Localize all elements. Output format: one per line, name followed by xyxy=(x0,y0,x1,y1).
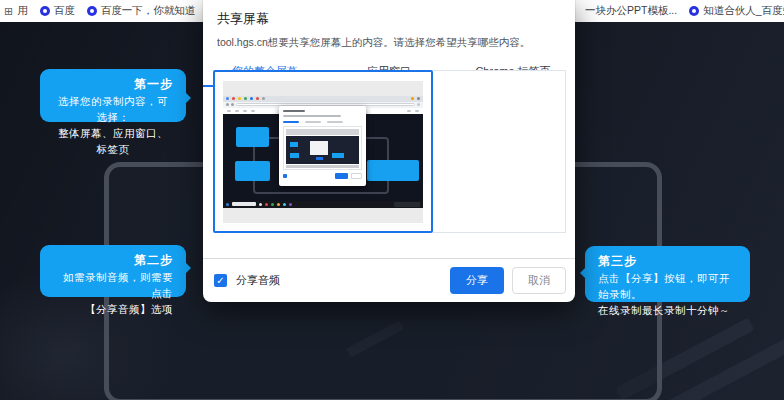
callout-step2-line2: 【分享音频】选项 xyxy=(53,301,173,317)
bookmark-baidu[interactable]: 百度 xyxy=(40,4,75,18)
screen-picker-area xyxy=(213,70,566,233)
dialog-footer: ✓ 分享音频 分享 取消 xyxy=(203,258,575,302)
share-audio-checkbox[interactable]: ✓ xyxy=(214,274,227,287)
bookmark-ppt-template[interactable]: 一块办公PPT模板... xyxy=(585,4,677,18)
mini-bookmark xyxy=(243,110,247,112)
share-screen-dialog: 共享屏幕 tool.hgs.cn想要共享您屏幕上的内容。请选择您希望共享哪些内容… xyxy=(203,0,575,302)
mini-profile-icon xyxy=(417,103,420,106)
mini-bookmark xyxy=(251,110,255,112)
mini-window-controls xyxy=(417,97,420,100)
mini-nav-icon xyxy=(231,103,234,106)
dialog-title: 共享屏幕 xyxy=(203,0,575,28)
bookmark-label: 百度 xyxy=(54,4,75,18)
baidu-icon xyxy=(689,6,699,16)
mini-letterbox-bottom xyxy=(286,165,359,168)
bookmark-label: 一块办公PPT模板... xyxy=(585,4,677,18)
apps-grid-icon: ⊞ xyxy=(4,6,13,16)
mini-bookmark xyxy=(415,110,419,112)
callout-pointer-left xyxy=(573,266,587,280)
mini-dialog-subtitle xyxy=(283,115,341,117)
screen-thumbnail-cell-empty[interactable] xyxy=(433,70,566,233)
callout-step3-line1: 点击【分享】按钮，即可开始录制。 xyxy=(598,270,737,302)
mini-picker xyxy=(283,126,362,170)
mini-callout-step2 xyxy=(235,161,270,181)
bookmark-label: 用 xyxy=(17,4,28,18)
callout-step1-line2: 整体屏幕、应用窗口、标签页 xyxy=(53,125,173,157)
mini-share-dialog xyxy=(279,106,366,186)
callout-step2-line1: 如需录制音频，则需要点击 xyxy=(53,269,173,301)
mini-favicon xyxy=(256,97,259,100)
mini-nav-icon xyxy=(226,103,229,106)
callout-step3: 第三步 点击【分享】按钮，即可开始录制。 在线录制最长录制十分钟～ xyxy=(585,246,750,302)
mini-mini-screenshot xyxy=(286,136,359,164)
callout-step3-line2: 在线录制最长录制十分钟～ xyxy=(598,302,737,318)
callout-step1: 第一步 选择您的录制内容，可选择： 整体屏幕、应用窗口、标签页 xyxy=(40,69,186,122)
mini-taskbar-icon xyxy=(283,203,286,206)
mini-bookmark xyxy=(235,110,239,112)
bookmarks-right-group: 一块办公PPT模板... 知道合伙人_百度知道 xyxy=(581,0,784,22)
mini-dialog-tabs xyxy=(283,121,362,123)
mini-taskbar-icon xyxy=(259,203,262,206)
mini-favicon xyxy=(262,97,265,100)
bookmark-zhidao[interactable]: 知道合伙人_百度知道 xyxy=(689,4,784,18)
callout-step2: 第二步 如需录制音频，则需要点击 【分享音频】选项 xyxy=(40,245,186,297)
mini-letterbox xyxy=(286,129,359,135)
mini-system-tray xyxy=(394,202,420,207)
callout-step1-title: 第一步 xyxy=(53,76,173,93)
mini-tab xyxy=(305,121,321,123)
dialog-subtitle: tool.hgs.cn想要共享您屏幕上的内容。请选择您希望共享哪些内容。 xyxy=(203,28,575,50)
bookmark-apps[interactable]: ⊞ 用 xyxy=(4,4,28,18)
mini-favicon xyxy=(250,97,253,100)
mini-taskbar-icon xyxy=(289,203,292,206)
mini-taskbar-icon xyxy=(265,203,268,206)
mini-mini-callout xyxy=(332,153,344,158)
screen-thumbnail-image xyxy=(223,81,423,223)
mini-mini-button xyxy=(316,157,323,160)
baidu-icon xyxy=(87,6,97,16)
mini-search-box xyxy=(232,202,256,206)
share-audio-label: 分享音频 xyxy=(236,273,280,288)
mini-bookmark xyxy=(227,110,231,112)
mini-favicon xyxy=(226,97,229,100)
cancel-button[interactable]: 取消 xyxy=(512,267,566,294)
mini-dialog-title xyxy=(283,110,305,112)
mini-favicon xyxy=(244,97,247,100)
mini-callout-step3 xyxy=(367,160,419,181)
mini-tab-active xyxy=(283,121,299,123)
mini-dialog-footer xyxy=(283,173,362,179)
callout-step2-title: 第二步 xyxy=(53,252,173,269)
mini-callout-step1 xyxy=(236,127,269,147)
mini-share-button xyxy=(335,173,348,179)
mini-mini-callout xyxy=(290,153,299,158)
callout-pointer-right xyxy=(184,91,198,105)
screen-thumbnail-cell-selected[interactable] xyxy=(213,70,433,233)
mini-taskbar-icon xyxy=(271,203,274,206)
bookmark-label: 百度一下，你就知道 xyxy=(101,4,196,18)
bookmark-label: 知道合伙人_百度知道 xyxy=(703,4,784,18)
mini-screen xyxy=(223,96,423,208)
callout-step1-line1: 选择您的录制内容，可选择： xyxy=(53,93,173,125)
mini-taskbar-icon xyxy=(277,203,280,206)
mini-cancel-button xyxy=(351,173,362,179)
mini-bookmark xyxy=(407,110,411,112)
mini-mini-callout xyxy=(290,142,298,147)
bookmark-baidu-search[interactable]: 百度一下，你就知道 xyxy=(87,4,196,18)
mini-favicon xyxy=(411,97,414,100)
callout-step3-title: 第三步 xyxy=(598,253,737,270)
baidu-icon xyxy=(40,6,50,16)
share-button[interactable]: 分享 xyxy=(450,267,504,294)
mini-checkbox xyxy=(283,174,287,178)
mini-taskbar xyxy=(223,201,423,208)
mini-mini-dialog xyxy=(310,141,328,155)
mini-tab xyxy=(327,121,343,123)
callout-pointer-right xyxy=(184,261,198,275)
mini-favicon xyxy=(238,97,241,100)
mini-favicon xyxy=(232,97,235,100)
mini-start-button xyxy=(226,203,229,206)
dialog-buttons: 分享 取消 xyxy=(450,267,566,294)
